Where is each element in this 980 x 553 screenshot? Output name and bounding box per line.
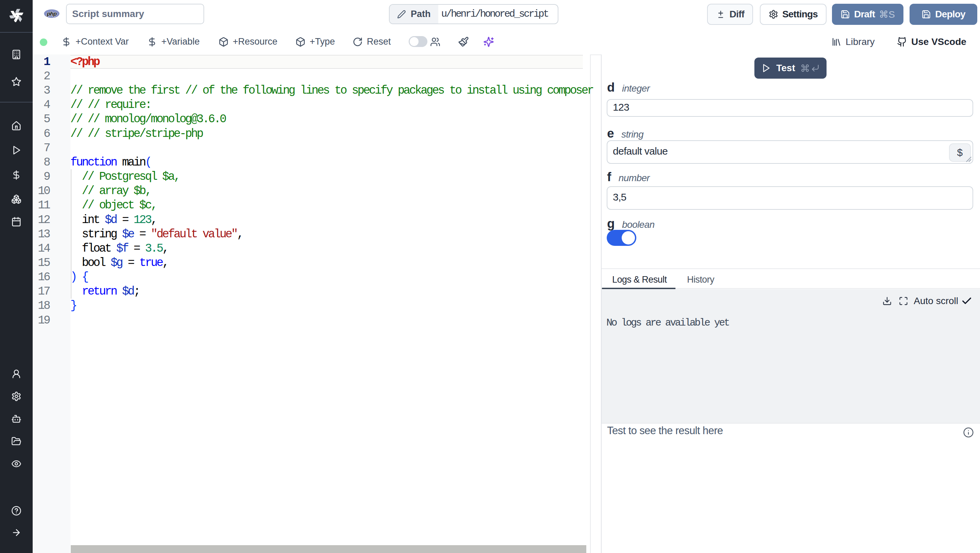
svg-text:php: php [47, 11, 57, 17]
